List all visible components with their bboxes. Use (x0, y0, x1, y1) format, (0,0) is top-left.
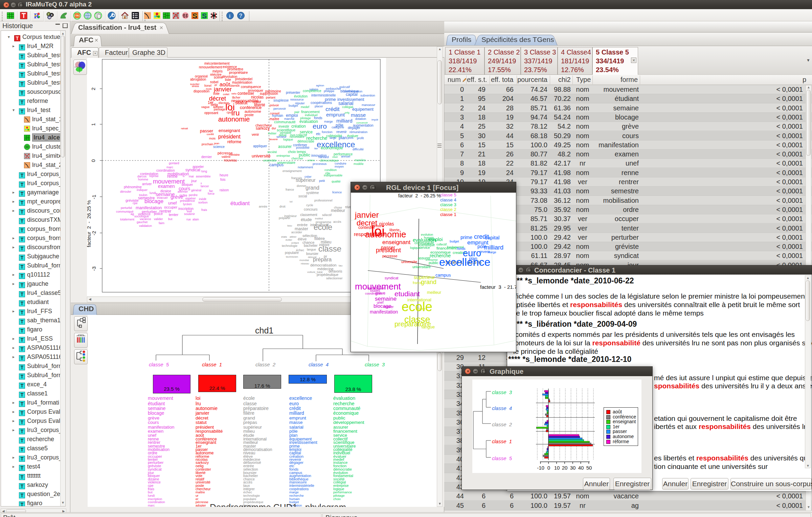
svg-text:TXL: TXL (75, 15, 80, 17)
svg-text:?: ? (239, 13, 243, 19)
svg-text:M: M (48, 16, 51, 19)
svg-text:S: S (202, 12, 207, 20)
svg-text:X: X (51, 14, 53, 17)
svg-text:T: T (48, 13, 49, 16)
svg-text:i: i (229, 13, 230, 19)
svg-text:S: S (193, 12, 197, 20)
